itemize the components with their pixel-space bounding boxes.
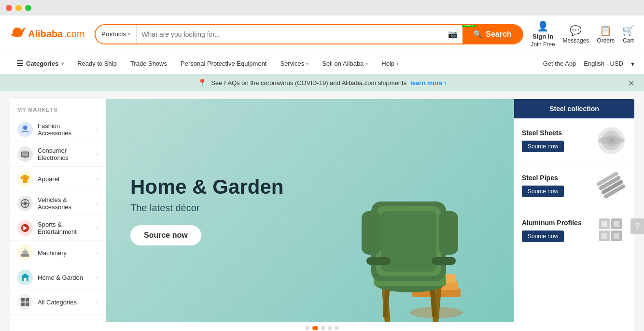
ready-to-ship-label: Ready to Ship <box>77 60 117 67</box>
categories-button[interactable]: ☰ Categories ▾ <box>10 53 70 74</box>
sidebar-item-machinery[interactable]: Machinery › <box>10 241 106 265</box>
products-dropdown-button[interactable]: Products ▾ <box>96 25 137 43</box>
banner-text: See FAQs on the coronavirus (COVID-19) a… <box>211 79 406 86</box>
svg-rect-48 <box>614 221 619 227</box>
sports-icon <box>17 220 33 236</box>
sell-label: Sell on Alibaba <box>322 60 364 67</box>
cart-icon: 🛒 <box>622 25 634 36</box>
hero-title: Home & Garden <box>130 176 283 198</box>
steel-pipes-source-button[interactable]: Source now <box>522 186 564 197</box>
logo[interactable]: Alibaba .com <box>10 26 87 43</box>
steel-sheets-title: Steel Sheets <box>522 129 591 137</box>
steel-sheets-source-button[interactable]: Source now <box>522 141 564 152</box>
svg-rect-17 <box>21 302 25 306</box>
ppe-label: Personal Protective Equipment <box>181 60 266 67</box>
nav-sell-on-alibaba[interactable]: Sell on Alibaba ▾ <box>315 53 375 74</box>
sidebar-item-all-categories[interactable]: All Categories › <box>10 290 106 315</box>
svg-rect-16 <box>26 298 29 302</box>
svg-rect-12 <box>23 251 28 254</box>
steel-sheets-item: Steel Sheets Source now <box>514 118 634 163</box>
aluminum-profiles-source-button[interactable]: Source now <box>522 230 564 242</box>
carousel-dots <box>10 322 634 331</box>
chevron-right-icon: › <box>96 127 98 132</box>
svg-rect-46 <box>602 221 607 227</box>
svg-rect-52 <box>614 233 619 239</box>
new-badge: NEW <box>462 24 476 27</box>
nav-help[interactable]: Help ▾ <box>375 53 406 74</box>
help-label: Help <box>381 60 394 67</box>
chevron-right-icon: › <box>96 176 98 182</box>
messages-label: Messages <box>563 37 589 44</box>
svg-rect-32 <box>439 211 458 255</box>
electronics-label: Consumer Electronics <box>38 147 91 161</box>
svg-rect-34 <box>366 257 391 265</box>
nav-trade-shows[interactable]: Trade Shows <box>124 53 174 74</box>
chevron-right-icon: › <box>96 299 98 305</box>
chevron-down-icon: ▾ <box>631 60 634 68</box>
logo-icon <box>10 26 27 43</box>
navbar: ☰ Categories ▾ Ready to Ship Trade Shows… <box>0 53 644 74</box>
nav-services[interactable]: Services ▾ <box>273 53 315 74</box>
camera-icon[interactable]: 📷 <box>443 29 462 39</box>
cart-label: Cart <box>623 37 634 44</box>
carousel-dot-4[interactable] <box>328 326 332 330</box>
get-app-link[interactable]: Get the App <box>543 60 576 67</box>
svg-rect-18 <box>26 302 29 306</box>
carousel-dot-2[interactable] <box>312 326 318 330</box>
sidebar-item-home-garden[interactable]: Home & Garden › <box>10 265 106 290</box>
search-label: Search <box>486 30 511 39</box>
titlebar <box>0 0 644 15</box>
svg-rect-50 <box>602 233 607 239</box>
minimize-button[interactable] <box>15 5 22 11</box>
carousel-dot-5[interactable] <box>335 326 338 330</box>
hero-source-now-button[interactable]: Source now <box>130 225 201 245</box>
messages-button[interactable]: 💬 Messages <box>563 25 589 44</box>
orders-label: Orders <box>597 37 615 44</box>
chevron-right-icon: › <box>96 225 98 231</box>
search-input[interactable] <box>137 25 443 43</box>
fashion-icon <box>17 122 33 137</box>
hero-subtitle: The latest décor <box>130 202 283 214</box>
sidebar: MY MARKETS Fashion Accessories › Consume… <box>10 99 106 322</box>
home-garden-label: Home & Garden <box>38 274 91 281</box>
close-button[interactable] <box>6 5 12 11</box>
chevron-right-icon: › <box>96 151 98 157</box>
search-button[interactable]: 🔍 Search <box>462 25 522 43</box>
carousel-dot-1[interactable] <box>306 326 309 330</box>
banner-close-button[interactable]: ✕ <box>628 78 634 87</box>
home-garden-icon <box>17 270 33 285</box>
main-content: MY MARKETS Fashion Accessories › Consume… <box>0 91 644 331</box>
sidebar-item-apparel[interactable]: Apparel › <box>10 167 106 191</box>
cart-button[interactable]: 🛒 Cart <box>622 25 634 44</box>
sidebar-item-vehicles[interactable]: Vehicles & Accessories › <box>10 191 106 216</box>
all-categories-icon <box>17 294 33 310</box>
language-selector[interactable]: English - USD <box>584 60 623 67</box>
chevron-down-icon: ▾ <box>61 61 64 66</box>
learn-more-link[interactable]: learn more › <box>410 79 446 86</box>
logo-domain: .com <box>64 29 84 40</box>
search-icon: 🔍 <box>473 29 483 39</box>
hero-banner: Home & Garden The latest décor Source no… <box>106 99 514 322</box>
svg-point-5 <box>23 201 27 205</box>
join-free-label: Join Free <box>531 41 555 48</box>
sign-in-join[interactable]: 👤 Sign In Join Free <box>531 20 555 48</box>
sports-label: Sports & Entertainment <box>38 221 91 235</box>
chevron-right-icon: › <box>96 250 98 256</box>
help-float-button[interactable]: ? <box>630 218 644 234</box>
products-label: Products <box>101 30 126 38</box>
sidebar-item-electronics[interactable]: Consumer Electronics › <box>10 142 106 167</box>
nav-ready-to-ship[interactable]: Ready to Ship <box>70 53 124 74</box>
content-card: MY MARKETS Fashion Accessories › Consume… <box>10 99 634 322</box>
carousel-dot-3[interactable] <box>321 326 325 330</box>
machinery-icon <box>17 245 33 260</box>
steel-sheets-info: Steel Sheets Source now <box>522 129 591 152</box>
user-icon: 👤 <box>537 20 549 32</box>
maximize-button[interactable] <box>25 5 31 11</box>
sidebar-item-sports[interactable]: Sports & Entertainment › <box>10 216 106 241</box>
svg-rect-14 <box>24 278 27 281</box>
logo-text: Alibaba <box>28 29 63 40</box>
nav-ppe[interactable]: Personal Protective Equipment <box>174 53 273 74</box>
orders-button[interactable]: 📋 Orders <box>597 25 615 44</box>
electronics-icon <box>17 146 33 162</box>
sidebar-item-fashion[interactable]: Fashion Accessories › <box>10 117 106 142</box>
